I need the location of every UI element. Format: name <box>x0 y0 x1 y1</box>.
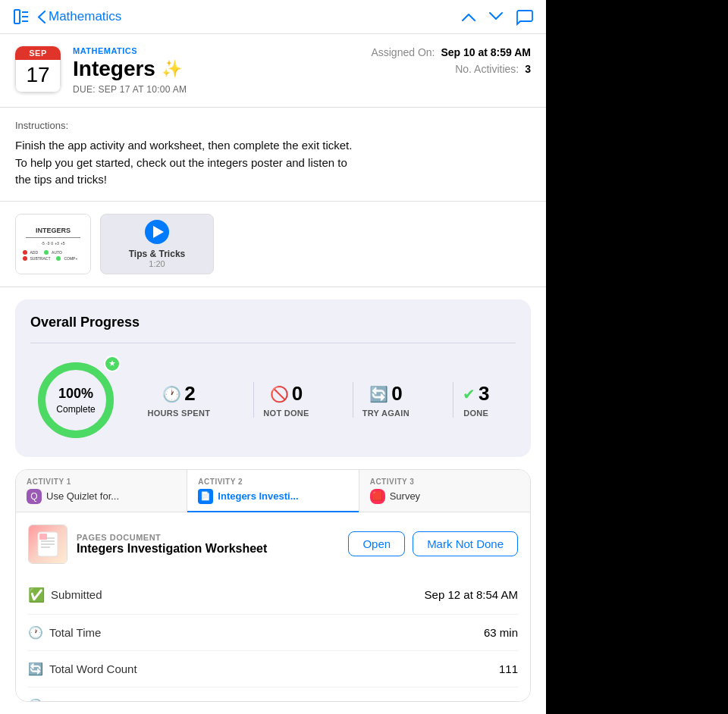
try-again-label: TRY AGAIN <box>362 409 410 418</box>
calendar-month: SEP <box>15 46 61 60</box>
activity-1-row: Q Use Quizlet for... <box>27 489 119 504</box>
activity-3-number: ACTIVITY 3 <box>370 478 415 486</box>
donut-center: 100% Complete <box>56 385 95 415</box>
instructions-text: Finish the app activity and worksheet, t… <box>15 137 531 189</box>
activities-section: ACTIVITY 1 Q Use Quizlet for... ACTIVITY… <box>15 469 531 703</box>
chevron-down-button[interactable] <box>488 11 504 22</box>
progress-section: Overall Progress 100% Complete <box>15 299 531 457</box>
poster-title: INTEGERS <box>36 227 71 234</box>
total-time-value: 63 min <box>484 626 518 639</box>
assignment-title-block: MATHEMATICS Integers ✨ DUE: SEP 17 AT 10… <box>73 46 359 95</box>
attachments-row: INTEGERS -5 -3 0 +3 +5 ADD AUTO <box>0 202 546 287</box>
activity-1-number: ACTIVITY 1 <box>27 478 71 486</box>
done-top: ✔ 3 <box>463 382 489 406</box>
word-count-label: Total Word Count <box>49 662 137 675</box>
svg-rect-11 <box>39 534 47 540</box>
donut-chart: 100% Complete ★ <box>34 359 118 442</box>
not-done-icon: 🚫 <box>270 385 289 403</box>
chat-button[interactable] <box>516 8 534 26</box>
back-button[interactable]: Mathematics <box>38 9 121 24</box>
open-button[interactable]: Open <box>348 531 405 556</box>
try-again-top: 🔄 0 <box>369 382 402 406</box>
donut-percent: 100% <box>56 385 95 401</box>
hours-spent-value: 2 <box>184 382 195 406</box>
assigned-on-row: Assigned On: Sep 10 at 8:59 AM <box>371 46 531 58</box>
progress-divider <box>30 343 516 343</box>
right-panel <box>546 0 728 714</box>
integers-poster: INTEGERS -5 -3 0 +3 +5 ADD AUTO <box>16 215 90 274</box>
submitted-row: ✅ Submitted Sep 12 at 8:54 AM <box>28 576 518 615</box>
not-done-stat: 🚫 0 NOT DONE <box>253 382 318 418</box>
assignment-meta: Assigned On: Sep 10 at 8:59 AM No. Activ… <box>371 46 531 75</box>
doc-thumbnail <box>28 525 67 564</box>
activities-label: No. Activities: <box>455 63 519 75</box>
doc-name: Integers Investigation Worksheet <box>77 542 339 556</box>
activity-2-icon: 📄 <box>198 489 213 504</box>
play-triangle-icon <box>153 226 164 238</box>
video-thumb[interactable]: Tips & Tricks 1:20 <box>100 214 214 274</box>
activities-row: No. Activities: 3 <box>455 63 531 75</box>
top-nav: Mathematics <box>0 0 546 34</box>
nav-left: Mathematics <box>12 8 121 26</box>
instructions-section: Instructions: Finish the app activity an… <box>0 108 546 202</box>
poster-legend: ADD AUTO SUBTRACT COMP+ <box>23 250 84 261</box>
submission-details: ✅ Submitted Sep 12 at 8:54 AM 🕐 Total Ti… <box>16 576 530 703</box>
poster-number-line <box>26 237 80 239</box>
total-time-left: 🕐 Total Time <box>28 625 101 640</box>
word-count-row: 🔄 Total Word Count 111 <box>28 651 518 687</box>
not-done-label: NOT DONE <box>263 409 309 418</box>
assigned-on-value: Sep 10 at 8:59 AM <box>441 46 531 58</box>
mark-not-done-button[interactable]: Mark Not Done <box>413 531 518 556</box>
last-edited-label: Last Edited <box>49 699 106 703</box>
done-icon: ✔ <box>463 385 475 403</box>
submitted-label: Submitted <box>51 588 102 601</box>
calendar-day: 17 <box>15 60 61 92</box>
try-again-icon: 🔄 <box>369 385 388 403</box>
activity-tab-2[interactable]: ACTIVITY 2 📄 Integers Investi... <box>187 470 359 512</box>
progress-stats: 100% Complete ★ 🕐 2 HOURS SPENT <box>30 359 516 442</box>
done-label: DONE <box>463 409 488 418</box>
integers-poster-thumb[interactable]: INTEGERS -5 -3 0 +3 +5 ADD AUTO <box>15 214 91 274</box>
donut-container: 100% Complete ★ <box>30 359 121 442</box>
sparkle-icon: ✨ <box>162 59 182 79</box>
activity-2-row: 📄 Integers Investi... <box>198 489 298 504</box>
video-info: Tips & Tricks 1:20 <box>129 249 185 268</box>
activities-value: 3 <box>525 63 531 75</box>
activity-content: PAGES DOCUMENT Integers Investigation Wo… <box>16 512 530 576</box>
sidebar-toggle-button[interactable] <box>12 8 30 26</box>
star-badge: ★ <box>104 355 121 372</box>
donut-complete-label: Complete <box>56 403 95 414</box>
activities-tabs: ACTIVITY 1 Q Use Quizlet for... ACTIVITY… <box>16 470 530 512</box>
activity-3-icon: 🟥 <box>370 489 385 504</box>
activity-doc-row: PAGES DOCUMENT Integers Investigation Wo… <box>28 525 518 564</box>
instructions-label: Instructions: <box>15 120 531 131</box>
poster-ticks: -5 -3 0 +3 +5 <box>41 241 64 246</box>
done-value: 3 <box>479 382 489 406</box>
activity-tab-3[interactable]: ACTIVITY 3 🟥 Survey <box>359 470 530 512</box>
activity-1-name: Use Quizlet for... <box>46 490 119 502</box>
last-edited-value: Today, 8:54 AM <box>437 699 518 703</box>
try-again-stat: 🔄 0 TRY AGAIN <box>353 382 419 418</box>
calendar-icon: SEP 17 <box>15 46 61 92</box>
word-count-icon: 🔄 <box>28 662 43 676</box>
doc-thumb-inner <box>29 525 67 563</box>
activity-2-name: Integers Investi... <box>218 490 298 502</box>
submitted-left: ✅ Submitted <box>28 587 102 603</box>
last-edited-row: 🕐 Last Edited Today, 8:54 AM <box>28 687 518 703</box>
last-edited-left: 🕐 Last Edited <box>28 698 106 703</box>
video-duration: 1:20 <box>129 259 185 268</box>
time-icon: 🕐 <box>28 625 43 640</box>
play-button[interactable] <box>145 220 169 244</box>
activity-1-icon: Q <box>27 489 42 504</box>
try-again-value: 0 <box>391 382 402 406</box>
submitted-check-icon: ✅ <box>28 587 45 603</box>
word-count-value: 111 <box>499 662 518 675</box>
activity-tab-1[interactable]: ACTIVITY 1 Q Use Quizlet for... <box>16 470 187 512</box>
assignment-title: Integers ✨ <box>73 57 359 81</box>
assignment-header: SEP 17 MATHEMATICS Integers ✨ DUE: SEP 1… <box>0 34 546 108</box>
hours-spent-top: 🕐 2 <box>162 382 195 406</box>
activity-3-row: 🟥 Survey <box>370 489 420 504</box>
last-edited-icon: 🕐 <box>28 698 43 703</box>
submitted-date: Sep 12 at 8:54 AM <box>425 588 518 601</box>
chevron-up-button[interactable] <box>461 11 476 22</box>
